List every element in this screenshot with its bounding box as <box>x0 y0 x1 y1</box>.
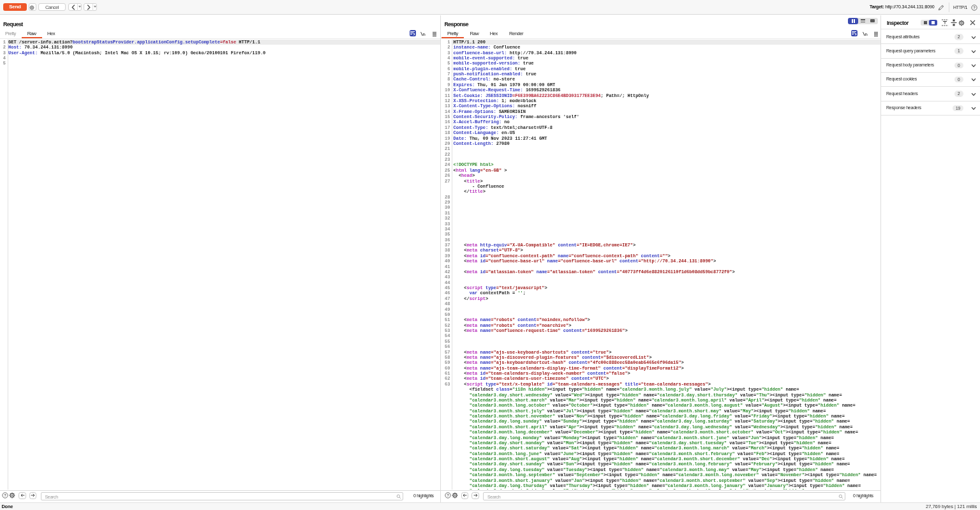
svg-text:?: ? <box>447 493 449 497</box>
svg-text:?: ? <box>973 6 976 10</box>
svg-text:?: ? <box>4 493 6 497</box>
